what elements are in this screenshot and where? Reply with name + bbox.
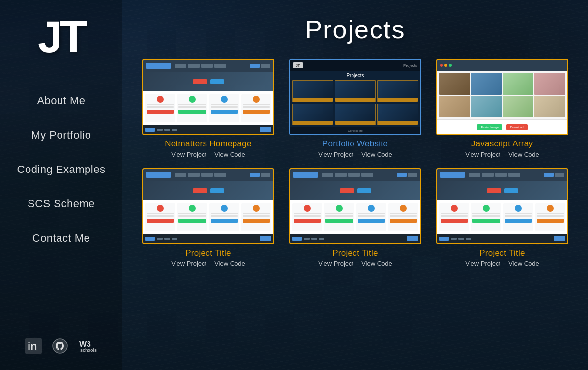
sidebar-item-coding[interactable]: Coding Examples	[0, 152, 122, 187]
jsarray-view-code[interactable]: View Code	[508, 151, 539, 158]
project5-view-code[interactable]: View Code	[361, 260, 392, 267]
project-title-6: Project Title	[479, 248, 525, 258]
project-title-netmatters: Netmatters Homepage	[165, 139, 252, 149]
logo: JT	[38, 15, 85, 59]
project4-view-code[interactable]: View Code	[214, 260, 245, 267]
w3schools-icon[interactable]: W3 schools	[78, 337, 98, 355]
github-icon[interactable]	[52, 338, 68, 354]
project-title-4: Project Title	[185, 248, 231, 258]
svg-text:in: in	[28, 340, 37, 352]
project-card-5: Project Title View Project View Code	[289, 168, 421, 267]
project6-view-project[interactable]: View Project	[465, 260, 500, 267]
project-links-5: View Project View Code	[318, 260, 392, 267]
project-thumbnail-4	[142, 168, 274, 244]
sidebar-nav: About Me My Portfolio Coding Examples SC…	[0, 84, 122, 256]
sidebar-item-portfolio[interactable]: My Portfolio	[0, 118, 122, 152]
project-thumbnail-5	[289, 168, 421, 244]
jsarray-view-project[interactable]: View Project	[465, 151, 500, 158]
project-card-jsarray: Faster Image Download Javascript Array V…	[436, 59, 568, 158]
netmatters-view-code[interactable]: View Code	[214, 151, 245, 158]
project-card-netmatters: Netmatters Homepage View Project View Co…	[142, 59, 274, 158]
project4-view-project[interactable]: View Project	[171, 260, 206, 267]
netmatters-view-project[interactable]: View Project	[171, 151, 206, 158]
project-links-portfolio: View Project View Code	[318, 151, 392, 158]
svg-point-2	[53, 339, 67, 353]
sidebar-item-about[interactable]: About Me	[0, 84, 122, 118]
project-thumbnail-6	[436, 168, 568, 244]
page-title: Projects	[142, 15, 568, 44]
project-title-portfolio: Portfolio Website	[323, 139, 388, 149]
project5-view-project[interactable]: View Project	[318, 260, 353, 267]
portfolio-view-project[interactable]: View Project	[318, 151, 353, 158]
portfolio-view-code[interactable]: View Code	[361, 151, 392, 158]
project-thumbnail-jsarray: Faster Image Download	[436, 59, 568, 135]
main-content: Projects	[122, 0, 588, 370]
project-links-jsarray: View Project View Code	[465, 151, 539, 158]
sidebar-item-scs[interactable]: SCS Scheme	[0, 187, 122, 221]
project-card-4: Project Title View Project View Code	[142, 168, 274, 267]
sidebar-item-contact[interactable]: Contact Me	[0, 221, 122, 256]
project-thumbnail-netmatters	[142, 59, 274, 135]
project6-view-code[interactable]: View Code	[508, 260, 539, 267]
svg-text:schools: schools	[80, 348, 97, 353]
project-thumbnail-portfolio: JT Projects Projects	[289, 59, 421, 135]
svg-text:W3: W3	[79, 340, 91, 348]
linkedin-icon[interactable]: in	[25, 338, 42, 354]
projects-grid: Netmatters Homepage View Project View Co…	[142, 59, 568, 267]
project-title-5: Project Title	[332, 248, 378, 258]
social-icons-bar: in W3 schools	[25, 337, 98, 355]
project-links-netmatters: View Project View Code	[171, 151, 245, 158]
sidebar: JT About Me My Portfolio Coding Examples…	[0, 0, 122, 370]
project-links-6: View Project View Code	[465, 260, 539, 267]
project-title-jsarray: Javascript Array	[471, 139, 533, 149]
project-card-6: Project Title View Project View Code	[436, 168, 568, 267]
project-links-4: View Project View Code	[171, 260, 245, 267]
project-card-portfolio: JT Projects Projects	[289, 59, 421, 158]
